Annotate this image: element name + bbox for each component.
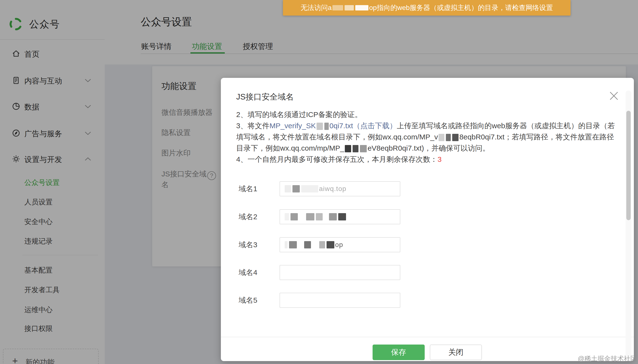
- field-label-domain2: 域名2: [239, 209, 257, 224]
- redaction-block: [289, 241, 297, 248]
- rule-3-prefix: 3、将文件: [236, 122, 269, 130]
- redaction-block: [324, 213, 328, 220]
- redaction-block: [299, 213, 305, 220]
- rule-4-prefix: 4、一个自然月内最多可修改并保存五次，本月剩余保存次数：: [236, 155, 438, 163]
- redaction-block: [316, 123, 323, 130]
- banner-text-prefix: 无法访问a: [300, 3, 332, 12]
- redaction-block: [345, 145, 351, 152]
- redaction-block: [285, 185, 291, 192]
- rule-4: 4、一个自然月内最多可修改并保存五次，本月剩余保存次数：3: [236, 154, 621, 165]
- domain5-input[interactable]: [279, 293, 400, 308]
- field-label-domain3: 域名3: [239, 237, 257, 252]
- remaining-saves-count: 3: [438, 155, 442, 163]
- domain-field-row: 域名3 op: [221, 237, 634, 252]
- domain-field-row: 域名4: [221, 265, 634, 280]
- modal-instructions: 2、填写的域名须通过ICP备案的验证。 3、将文件MP_verify_SK0qi…: [236, 109, 621, 165]
- close-button[interactable]: 关闭: [430, 344, 482, 360]
- redaction-block: [355, 5, 369, 10]
- rule-2: 2、填写的域名须通过ICP备案的验证。: [236, 109, 621, 120]
- domain3-input[interactable]: op: [279, 237, 400, 252]
- error-toast-banner: 无法访问aop指向的web服务器（或虚拟主机）的目录，请检查网络设置: [283, 0, 570, 16]
- redaction-block: [301, 185, 318, 192]
- domain4-input[interactable]: [279, 265, 400, 280]
- redaction-block: [329, 213, 337, 220]
- redaction-block: [319, 241, 325, 248]
- redaction-block: [333, 5, 343, 10]
- domain-field-row: 域名2: [221, 209, 634, 224]
- banner-text-suffix: op指向的web服务器（或虚拟主机）的目录，请检查网络设置: [369, 3, 553, 12]
- redaction-block: [446, 134, 451, 141]
- domain2-input[interactable]: [279, 209, 400, 224]
- redaction-block: [298, 241, 303, 248]
- verify-file-link[interactable]: MP_verify_SK: [269, 122, 316, 130]
- redaction-block: [327, 241, 334, 248]
- redaction-block: [345, 5, 354, 10]
- redaction-block: [285, 241, 287, 248]
- domain-field-row: 域名5: [221, 293, 634, 308]
- field-label-domain4: 域名4: [239, 265, 257, 280]
- domain1-visible-fragment: aiwq.top: [319, 185, 346, 193]
- redaction-block: [312, 241, 318, 248]
- redaction-block: [324, 123, 329, 130]
- redaction-block: [304, 241, 311, 248]
- redaction-block: [353, 145, 359, 152]
- rule-3: 3、将文件MP_verify_SK0qi7.txt（点击下载）上传至填写域名或路…: [236, 120, 621, 154]
- redaction-block: [292, 185, 300, 192]
- redaction-block: [285, 213, 289, 220]
- field-label-domain5: 域名5: [239, 293, 257, 308]
- redaction-block: [338, 213, 346, 220]
- redaction-block: [360, 145, 367, 152]
- modal-title: JS接口安全域名: [236, 92, 294, 102]
- close-icon[interactable]: [608, 90, 619, 101]
- redaction-block: [452, 134, 459, 141]
- download-link[interactable]: 0qi7.txt（点击下载）: [330, 122, 397, 130]
- redaction-block: [290, 213, 298, 220]
- redaction-block: [306, 213, 314, 220]
- save-button[interactable]: 保存: [373, 344, 425, 360]
- redaction-block: [439, 134, 444, 141]
- field-label-domain1: 域名1: [239, 181, 257, 196]
- domain3-visible-fragment: op: [335, 241, 343, 249]
- domain1-input[interactable]: aiwq.top: [279, 181, 400, 196]
- page-root: 公众号 首页 内容与互动 数据 广告与服务 设置与开发 公众号设置: [0, 0, 638, 364]
- redaction-block: [316, 213, 323, 220]
- domain-field-row: 域名1 aiwq.top: [221, 181, 634, 196]
- modal-scrollbar-thumb[interactable]: [626, 111, 631, 220]
- watermark: @稀土掘金技术社区: [578, 354, 637, 363]
- rule-3-suffix: eV8eqbR0qi7.txt)，并确保可以访问。: [368, 144, 490, 152]
- js-secure-domain-modal: JS接口安全域名 2、填写的域名须通过ICP备案的验证。 3、将文件MP_ver…: [221, 78, 634, 361]
- modal-footer-divider: [221, 337, 634, 337]
